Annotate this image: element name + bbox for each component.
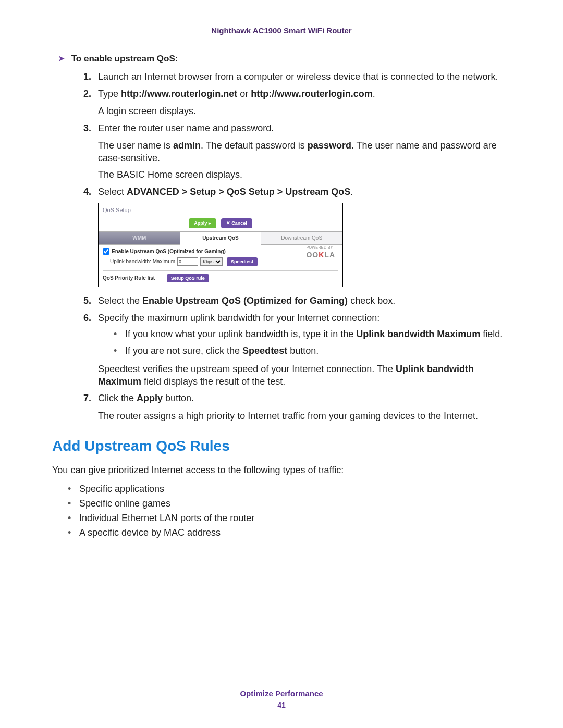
step-item: Select ADVANCED > Setup > QoS Setup > Up… — [83, 186, 511, 287]
step-item: Type http://www.routerlogin.net or http:… — [83, 88, 511, 117]
step-paragraph: Speedtest verifies the upstream speed of… — [98, 363, 511, 388]
list-item: Individual Ethernet LAN ports of the rou… — [68, 511, 511, 526]
step-paragraph: A login screen displays. — [98, 105, 511, 117]
sub-step: If you are not sure, click the Speedtest… — [114, 344, 511, 357]
tab-upstream-qos[interactable]: Upstream QoS — [180, 231, 261, 244]
sub-step: If you know what your uplink bandwidth i… — [114, 328, 511, 341]
uplink-label: Uplink bandwidth: Maximum — [110, 258, 175, 265]
uplink-unit-select[interactable]: Kbps — [200, 257, 223, 266]
setup-qos-rule-button[interactable]: Setup QoS rule — [167, 274, 209, 283]
step-list: Launch an Internet browser from a comput… — [83, 70, 511, 422]
step-paragraph: The BASIC Home screen displays. — [98, 168, 511, 181]
apply-button[interactable]: Apply ▸ — [189, 218, 216, 228]
chevron-icon: ➤ — [58, 54, 65, 63]
section-intro: You can give prioritized Internet access… — [52, 464, 511, 477]
document-header: Nighthawk AC1900 Smart WiFi Router — [52, 26, 511, 35]
section-heading: Add Upstream QoS Rules — [52, 438, 511, 454]
speedtest-button[interactable]: Speedtest — [227, 257, 258, 266]
qos-screenshot: QoS Setup Apply ▸ ✕ Cancel WMM Upstream … — [98, 203, 343, 287]
cancel-button[interactable]: ✕ Cancel — [221, 218, 252, 228]
screenshot-title: QoS Setup — [99, 203, 342, 218]
step-item: Click the Apply button.The router assign… — [83, 392, 511, 422]
procedure-title: ➤ To enable upstream QoS: — [58, 54, 511, 64]
footer-rule — [52, 682, 511, 682]
footer-page-number: 41 — [0, 701, 563, 709]
step-item: Select the Enable Upstream QoS (Optimize… — [83, 294, 511, 307]
qos-priority-rule-list-label: QoS Priority Rule list — [103, 275, 155, 282]
step-paragraph: The user name is admin. The default pass… — [98, 139, 511, 165]
powered-by-label: POWERED BY — [306, 245, 335, 250]
enable-upstream-qos-label: Enable Upstream QoS (Optimized for Gamin… — [112, 248, 226, 255]
step-item: Enter the router user name and password.… — [83, 122, 511, 181]
step-paragraph: The router assigns a high priority to In… — [98, 410, 511, 422]
tab-wmm[interactable]: WMM — [99, 231, 180, 244]
ookla-logo: OOKLA — [306, 250, 335, 261]
list-item: Specific online games — [68, 497, 511, 511]
footer-label: Optimize Performance — [0, 689, 563, 698]
list-item: Specific applications — [68, 482, 511, 497]
step-item: Launch an Internet browser from a comput… — [83, 70, 511, 83]
uplink-bandwidth-input[interactable] — [177, 257, 198, 266]
traffic-type-list: Specific applicationsSpecific online gam… — [68, 482, 511, 540]
enable-upstream-qos-checkbox[interactable] — [103, 248, 109, 255]
list-item: A specific device by MAC address — [68, 526, 511, 540]
step-item: Specify the maximum uplink bandwidth for… — [83, 312, 511, 388]
tab-downstream-qos[interactable]: Downstream QoS — [261, 231, 342, 244]
